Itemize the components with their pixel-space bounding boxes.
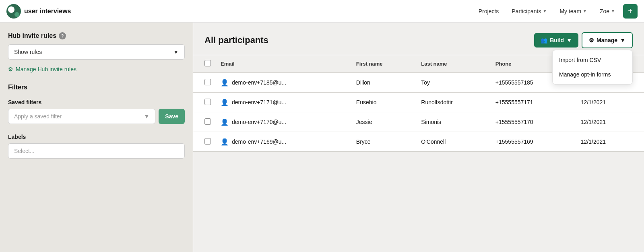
manage-gear-icon: ⚙ bbox=[589, 37, 594, 43]
main-content: All participants 👥 Build ▼ ⚙ Manage ▼ Im… bbox=[193, 23, 644, 252]
build-users-icon: 👥 bbox=[541, 37, 547, 43]
table-row: 👤 demo-env+7170@u... Jessie Simonis +155… bbox=[193, 112, 644, 132]
page-title: All participants bbox=[204, 35, 268, 45]
navbar-right: Projects Participants ▼ My team ▼ Zoe ▼ … bbox=[474, 4, 638, 19]
logo-icon bbox=[6, 4, 21, 19]
show-rules-chevron-icon: ▼ bbox=[173, 49, 179, 55]
sidebar: Hub invite rules ? Show rules ▼ ⚙ Manage… bbox=[0, 23, 193, 252]
row-date-added: 12/1/2021 bbox=[576, 93, 644, 112]
manage-chevron-icon: ▼ bbox=[620, 37, 625, 43]
row-first-name: Jessie bbox=[351, 112, 416, 132]
row-date-added: 12/1/2021 bbox=[576, 112, 644, 132]
row-checkbox-cell bbox=[193, 112, 216, 132]
save-filter-button[interactable]: Save bbox=[159, 109, 185, 124]
table-row: 👤 demo-env+7171@u... Eusebio Runolfsdott… bbox=[193, 93, 644, 112]
help-icon[interactable]: ? bbox=[59, 32, 66, 39]
hub-invite-rules-title: Hub invite rules bbox=[8, 32, 56, 39]
row-email-cell: 👤 demo-env+7170@u... bbox=[216, 112, 351, 132]
row-first-name: Dillon bbox=[351, 73, 416, 93]
add-button[interactable]: + bbox=[623, 4, 638, 19]
row-checkbox[interactable] bbox=[204, 118, 211, 125]
build-chevron-icon: ▼ bbox=[566, 37, 572, 43]
labels-select[interactable]: Select... bbox=[8, 143, 185, 159]
row-email: demo-env+7185@u... bbox=[232, 79, 286, 86]
table-row: 👤 demo-env+7169@u... Bryce O'Connell +15… bbox=[193, 132, 644, 152]
saved-filter-select[interactable]: Apply a saved filter ▼ bbox=[8, 109, 155, 124]
row-checkbox[interactable] bbox=[204, 99, 211, 105]
row-phone: +15555557170 bbox=[491, 112, 576, 132]
participants-nav-link[interactable]: Participants ▼ bbox=[507, 5, 551, 18]
zoe-nav-link[interactable]: Zoe ▼ bbox=[595, 5, 620, 18]
row-checkbox[interactable] bbox=[204, 138, 211, 145]
select-all-checkbox[interactable] bbox=[204, 60, 211, 66]
row-checkbox-cell bbox=[193, 73, 216, 93]
row-checkbox-cell bbox=[193, 93, 216, 112]
user-icon: 👤 bbox=[221, 138, 229, 146]
zoe-chevron-icon: ▼ bbox=[611, 9, 615, 13]
saved-filter-row: Apply a saved filter ▼ Save bbox=[8, 109, 185, 124]
email-column-header: Email bbox=[216, 55, 351, 73]
row-email-cell: 👤 demo-env+7185@u... bbox=[216, 73, 351, 93]
user-icon: 👤 bbox=[221, 98, 229, 106]
row-email: demo-env+7170@u... bbox=[232, 119, 286, 125]
manage-opt-in-item[interactable]: Manage opt-in forms bbox=[553, 67, 632, 82]
saved-filters-label: Saved filters bbox=[8, 99, 185, 105]
select-all-header bbox=[193, 55, 216, 73]
navbar-left: user interviews bbox=[6, 4, 71, 19]
filter-chevron-icon: ▼ bbox=[144, 113, 149, 120]
import-csv-item[interactable]: Import from CSV bbox=[553, 53, 632, 67]
logo-text: user interviews bbox=[24, 8, 71, 15]
labels-title: Labels bbox=[8, 134, 185, 140]
filters-title: Filters bbox=[8, 84, 185, 91]
build-button[interactable]: 👥 Build ▼ bbox=[534, 33, 578, 48]
row-phone: +15555557171 bbox=[491, 93, 576, 112]
row-first-name: Eusebio bbox=[351, 93, 416, 112]
main-header: All participants 👥 Build ▼ ⚙ Manage ▼ Im… bbox=[193, 23, 644, 55]
row-email-cell: 👤 demo-env+7171@u... bbox=[216, 93, 351, 112]
first-name-column-header: First name bbox=[351, 55, 416, 73]
hub-invite-rules-section: Hub invite rules ? bbox=[8, 32, 185, 39]
projects-nav-link[interactable]: Projects bbox=[474, 5, 504, 18]
row-email-cell: 👤 demo-env+7169@u... bbox=[216, 132, 351, 152]
layout: Hub invite rules ? Show rules ▼ ⚙ Manage… bbox=[0, 23, 644, 252]
row-email: demo-env+7171@u... bbox=[232, 99, 286, 105]
header-buttons: 👥 Build ▼ ⚙ Manage ▼ Import from CSV Man… bbox=[534, 32, 633, 48]
gear-icon: ⚙ bbox=[8, 66, 13, 72]
user-icon: 👤 bbox=[221, 118, 229, 126]
manage-dropdown-menu: Import from CSV Manage opt-in forms bbox=[552, 50, 633, 85]
row-phone: +15555557169 bbox=[491, 132, 576, 152]
row-checkbox[interactable] bbox=[204, 79, 211, 85]
manage-dropdown-container: ⚙ Manage ▼ Import from CSV Manage opt-in… bbox=[582, 32, 633, 48]
last-name-column-header: Last name bbox=[416, 55, 491, 73]
user-icon: 👤 bbox=[221, 78, 229, 87]
manage-button[interactable]: ⚙ Manage ▼ bbox=[582, 32, 633, 48]
row-date-added: 12/1/2021 bbox=[576, 132, 644, 152]
row-last-name: Simonis bbox=[416, 112, 491, 132]
participants-chevron-icon: ▼ bbox=[543, 9, 547, 13]
row-last-name: Runolfsdottir bbox=[416, 93, 491, 112]
row-checkbox-cell bbox=[193, 132, 216, 152]
row-email: demo-env+7169@u... bbox=[232, 138, 286, 145]
navbar: user interviews Projects Participants ▼ … bbox=[0, 0, 644, 23]
row-first-name: Bryce bbox=[351, 132, 416, 152]
manage-hub-invite-rules-link[interactable]: ⚙ Manage Hub invite rules bbox=[8, 66, 185, 72]
my-team-nav-link[interactable]: My team ▼ bbox=[555, 5, 592, 18]
show-rules-button[interactable]: Show rules ▼ bbox=[8, 44, 185, 60]
row-last-name: O'Connell bbox=[416, 132, 491, 152]
row-last-name: Toy bbox=[416, 73, 491, 93]
my-team-chevron-icon: ▼ bbox=[583, 9, 587, 13]
